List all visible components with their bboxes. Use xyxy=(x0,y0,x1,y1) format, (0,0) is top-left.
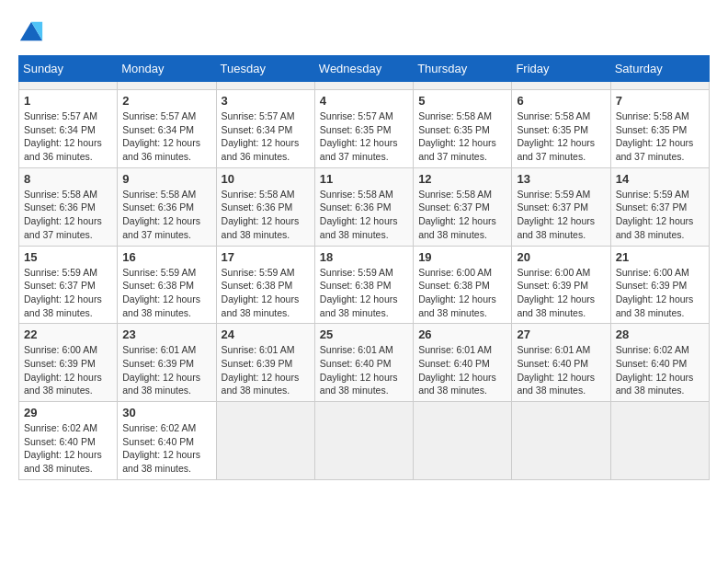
calendar-cell xyxy=(314,82,413,90)
calendar-cell: 7Sunrise: 5:58 AM Sunset: 6:35 PM Daylig… xyxy=(610,90,709,168)
day-number: 13 xyxy=(517,172,605,186)
day-info: Sunrise: 6:00 AM Sunset: 6:39 PM Dayligh… xyxy=(616,266,704,320)
calendar-cell: 2Sunrise: 5:57 AM Sunset: 6:34 PM Daylig… xyxy=(118,90,216,168)
day-header-sunday: Sunday xyxy=(19,56,118,82)
day-info: Sunrise: 5:59 AM Sunset: 6:38 PM Dayligh… xyxy=(222,266,310,320)
day-info: Sunrise: 6:01 AM Sunset: 6:40 PM Dayligh… xyxy=(320,343,408,397)
calendar: SundayMondayTuesdayWednesdayThursdayFrid… xyxy=(18,55,710,480)
calendar-cell: 10Sunrise: 5:58 AM Sunset: 6:36 PM Dayli… xyxy=(216,167,314,246)
calendar-week-row: 8Sunrise: 5:58 AM Sunset: 6:36 PM Daylig… xyxy=(19,167,710,246)
logo-icon xyxy=(18,18,44,44)
logo xyxy=(18,18,48,44)
calendar-cell: 21Sunrise: 6:00 AM Sunset: 6:39 PM Dayli… xyxy=(610,246,709,324)
day-number: 9 xyxy=(122,172,210,186)
day-number: 5 xyxy=(418,94,506,108)
calendar-cell xyxy=(118,82,216,90)
day-info: Sunrise: 6:02 AM Sunset: 6:40 PM Dayligh… xyxy=(616,343,704,397)
day-info: Sunrise: 5:58 AM Sunset: 6:37 PM Dayligh… xyxy=(418,188,506,242)
day-number: 10 xyxy=(222,172,310,186)
day-number: 6 xyxy=(517,94,605,108)
calendar-cell: 9Sunrise: 5:58 AM Sunset: 6:36 PM Daylig… xyxy=(118,167,216,246)
day-number: 22 xyxy=(24,327,112,341)
day-number: 1 xyxy=(24,94,112,108)
day-info: Sunrise: 6:00 AM Sunset: 6:39 PM Dayligh… xyxy=(24,343,112,397)
day-info: Sunrise: 5:57 AM Sunset: 6:34 PM Dayligh… xyxy=(222,109,310,164)
calendar-cell: 12Sunrise: 5:58 AM Sunset: 6:37 PM Dayli… xyxy=(414,167,512,246)
day-number: 28 xyxy=(616,327,704,341)
day-number: 2 xyxy=(122,94,210,108)
calendar-cell xyxy=(512,82,610,90)
calendar-cell: 26Sunrise: 6:01 AM Sunset: 6:40 PM Dayli… xyxy=(414,324,512,402)
calendar-week-row: 15Sunrise: 5:59 AM Sunset: 6:37 PM Dayli… xyxy=(19,246,710,324)
calendar-cell: 24Sunrise: 6:01 AM Sunset: 6:39 PM Dayli… xyxy=(216,324,314,402)
day-info: Sunrise: 5:59 AM Sunset: 6:38 PM Dayligh… xyxy=(122,266,210,320)
day-info: Sunrise: 6:00 AM Sunset: 6:39 PM Dayligh… xyxy=(517,266,605,320)
day-info: Sunrise: 5:58 AM Sunset: 6:35 PM Dayligh… xyxy=(517,109,605,164)
calendar-cell xyxy=(512,402,610,480)
calendar-cell: 3Sunrise: 5:57 AM Sunset: 6:34 PM Daylig… xyxy=(216,90,314,168)
calendar-cell: 15Sunrise: 5:59 AM Sunset: 6:37 PM Dayli… xyxy=(19,246,118,324)
calendar-cell: 22Sunrise: 6:00 AM Sunset: 6:39 PM Dayli… xyxy=(19,324,118,402)
calendar-cell: 6Sunrise: 5:58 AM Sunset: 6:35 PM Daylig… xyxy=(512,90,610,168)
day-number: 19 xyxy=(418,250,506,264)
day-number: 20 xyxy=(517,250,605,264)
calendar-week-row xyxy=(19,82,710,90)
calendar-cell: 14Sunrise: 5:59 AM Sunset: 6:37 PM Dayli… xyxy=(610,167,709,246)
calendar-cell: 23Sunrise: 6:01 AM Sunset: 6:39 PM Dayli… xyxy=(118,324,216,402)
day-number: 11 xyxy=(320,172,408,186)
calendar-cell: 4Sunrise: 5:57 AM Sunset: 6:35 PM Daylig… xyxy=(314,90,413,168)
calendar-cell: 8Sunrise: 5:58 AM Sunset: 6:36 PM Daylig… xyxy=(19,167,118,246)
day-info: Sunrise: 5:58 AM Sunset: 6:36 PM Dayligh… xyxy=(122,188,210,242)
day-header-monday: Monday xyxy=(118,56,216,82)
day-number: 18 xyxy=(320,250,408,264)
day-info: Sunrise: 5:59 AM Sunset: 6:38 PM Dayligh… xyxy=(320,266,408,320)
calendar-cell xyxy=(19,82,118,90)
day-info: Sunrise: 6:01 AM Sunset: 6:39 PM Dayligh… xyxy=(122,343,210,397)
page-header xyxy=(18,18,710,44)
day-number: 23 xyxy=(122,327,210,341)
day-info: Sunrise: 6:02 AM Sunset: 6:40 PM Dayligh… xyxy=(122,421,210,476)
calendar-cell: 19Sunrise: 6:00 AM Sunset: 6:38 PM Dayli… xyxy=(414,246,512,324)
day-number: 17 xyxy=(222,250,310,264)
calendar-cell xyxy=(216,402,314,480)
calendar-cell: 28Sunrise: 6:02 AM Sunset: 6:40 PM Dayli… xyxy=(610,324,709,402)
calendar-cell xyxy=(314,402,413,480)
day-info: Sunrise: 5:59 AM Sunset: 6:37 PM Dayligh… xyxy=(24,266,112,320)
day-header-thursday: Thursday xyxy=(414,56,512,82)
day-info: Sunrise: 5:58 AM Sunset: 6:36 PM Dayligh… xyxy=(24,188,112,242)
day-number: 29 xyxy=(24,406,112,419)
calendar-cell xyxy=(414,402,512,480)
day-header-tuesday: Tuesday xyxy=(216,56,314,82)
calendar-cell xyxy=(610,82,709,90)
day-number: 21 xyxy=(616,250,704,264)
day-info: Sunrise: 5:58 AM Sunset: 6:36 PM Dayligh… xyxy=(320,188,408,242)
day-info: Sunrise: 5:58 AM Sunset: 6:35 PM Dayligh… xyxy=(418,109,506,164)
day-info: Sunrise: 6:01 AM Sunset: 6:40 PM Dayligh… xyxy=(418,343,506,397)
day-info: Sunrise: 6:01 AM Sunset: 6:40 PM Dayligh… xyxy=(517,343,605,397)
day-info: Sunrise: 5:58 AM Sunset: 6:36 PM Dayligh… xyxy=(222,188,310,242)
calendar-cell: 1Sunrise: 5:57 AM Sunset: 6:34 PM Daylig… xyxy=(19,90,118,168)
day-info: Sunrise: 5:59 AM Sunset: 6:37 PM Dayligh… xyxy=(616,188,704,242)
day-number: 3 xyxy=(222,94,310,108)
day-number: 15 xyxy=(24,250,112,264)
day-info: Sunrise: 6:00 AM Sunset: 6:38 PM Dayligh… xyxy=(418,266,506,320)
day-number: 30 xyxy=(122,406,210,419)
day-header-wednesday: Wednesday xyxy=(314,56,413,82)
day-info: Sunrise: 6:02 AM Sunset: 6:40 PM Dayligh… xyxy=(24,421,112,476)
day-number: 8 xyxy=(24,172,112,186)
calendar-cell: 16Sunrise: 5:59 AM Sunset: 6:38 PM Dayli… xyxy=(118,246,216,324)
calendar-cell: 29Sunrise: 6:02 AM Sunset: 6:40 PM Dayli… xyxy=(19,402,118,480)
calendar-cell xyxy=(414,82,512,90)
day-number: 25 xyxy=(320,327,408,341)
day-info: Sunrise: 5:59 AM Sunset: 6:37 PM Dayligh… xyxy=(517,188,605,242)
calendar-cell: 25Sunrise: 6:01 AM Sunset: 6:40 PM Dayli… xyxy=(314,324,413,402)
calendar-cell: 5Sunrise: 5:58 AM Sunset: 6:35 PM Daylig… xyxy=(414,90,512,168)
day-number: 14 xyxy=(616,172,704,186)
day-number: 4 xyxy=(320,94,408,108)
calendar-week-row: 22Sunrise: 6:00 AM Sunset: 6:39 PM Dayli… xyxy=(19,324,710,402)
day-number: 24 xyxy=(222,327,310,341)
calendar-cell: 27Sunrise: 6:01 AM Sunset: 6:40 PM Dayli… xyxy=(512,324,610,402)
day-info: Sunrise: 5:58 AM Sunset: 6:35 PM Dayligh… xyxy=(616,109,704,164)
calendar-cell: 13Sunrise: 5:59 AM Sunset: 6:37 PM Dayli… xyxy=(512,167,610,246)
calendar-header-row: SundayMondayTuesdayWednesdayThursdayFrid… xyxy=(19,56,710,82)
